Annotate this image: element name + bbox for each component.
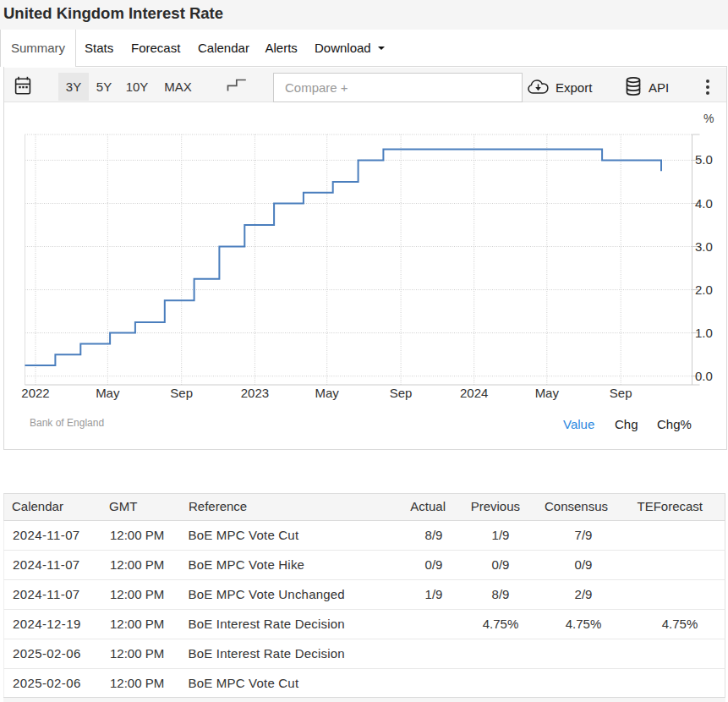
svg-text:Sep: Sep bbox=[610, 386, 632, 400]
svg-text:May: May bbox=[96, 386, 120, 400]
svg-text:Sep: Sep bbox=[170, 386, 193, 400]
svg-text:3.0: 3.0 bbox=[695, 239, 713, 254]
svg-text:4.0: 4.0 bbox=[695, 196, 713, 211]
svg-text:5.0: 5.0 bbox=[695, 152, 713, 167]
svg-text:2.0: 2.0 bbox=[695, 282, 713, 297]
svg-text:May: May bbox=[315, 386, 340, 400]
svg-text:2023: 2023 bbox=[241, 386, 269, 400]
svg-text:May: May bbox=[535, 386, 560, 400]
svg-text:0.0: 0.0 bbox=[695, 369, 713, 383]
svg-text:2022: 2022 bbox=[21, 386, 49, 400]
svg-text:2024: 2024 bbox=[460, 386, 488, 400]
svg-text:1.0: 1.0 bbox=[695, 326, 713, 340]
svg-text:Sep: Sep bbox=[390, 386, 413, 400]
